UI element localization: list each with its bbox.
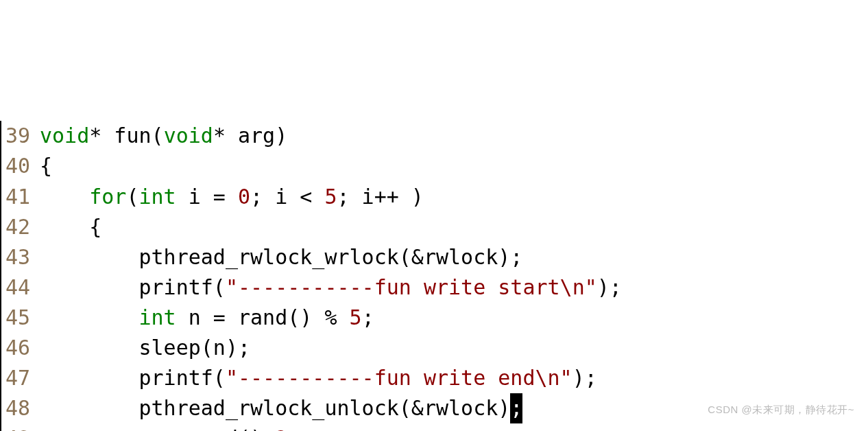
token-plain: pthread_rwlock_unlock(&rwlock) [40,396,510,420]
code-line: 40{ [3,151,868,181]
token-kw: for [89,185,126,209]
token-str: " [585,275,597,299]
line-number: 40 [3,151,40,181]
code-line: 45 int n = rand() % 5; [3,303,868,333]
token-num: 5 [324,185,337,209]
token-type: int [139,185,176,209]
token-esc: \n [535,366,559,390]
token-esc: \n [560,275,585,299]
token-plain [40,305,139,329]
watermark-text: CSDN @未来可期，静待花开~ [708,402,854,417]
code-content: for(int i = 0; i < 5; i++ ) [40,182,868,212]
token-plain: { [40,154,52,178]
token-plain: ( [126,185,138,209]
token-plain: * fun( [89,124,163,148]
token-plain: * arg) [213,124,287,148]
token-plain: ; [362,305,374,329]
code-line: 46 sleep(n); [3,333,868,363]
code-line: 47 printf("-----------fun write end\n"); [3,363,868,393]
token-str: " [560,366,572,390]
line-number: 43 [3,242,40,272]
code-line: 39void* fun(void* arg) [3,121,868,151]
token-plain: ); [572,366,597,390]
token-plain: ; i < [250,185,324,209]
token-type: void [40,124,89,148]
line-number: 46 [3,333,40,363]
code-content: pthread_rwlock_wrlock(&rwlock); [40,242,868,272]
token-plain: pthread_rwlock_wrlock(&rwlock); [40,245,522,269]
token-cursor: ; [510,393,522,423]
token-str: "-----------fun write start [226,275,560,299]
line-number: 49 [3,423,40,431]
line-number: 44 [3,272,40,303]
code-content: { [40,151,868,181]
token-type: void [164,124,213,148]
token-plain [40,185,89,209]
token-plain: ; i++ ) [337,185,424,209]
token-plain: sleep(n); [40,336,250,360]
code-content: void* fun(void* arg) [40,121,868,151]
token-plain: n = rand() % [176,305,350,329]
token-plain: n = rand()% [40,426,275,431]
token-plain: { [40,215,101,239]
code-content: { [40,212,868,242]
line-number: 48 [3,393,40,423]
token-str: "-----------fun write end [226,366,535,390]
line-number: 39 [3,121,40,151]
code-line: 44 printf("-----------fun write start\n"… [3,272,868,303]
code-content: int n = rand() % 5; [40,303,868,333]
line-number: 45 [3,303,40,333]
code-content: printf("-----------fun write end\n"); [40,363,868,393]
token-num: 0 [238,185,250,209]
token-num: 5 [350,305,362,329]
code-line: 49 n = rand()%2; [3,423,868,431]
token-plain: printf( [40,275,226,299]
token-plain: ; [287,426,300,431]
line-number: 41 [3,182,40,212]
code-line: 41 for(int i = 0; i < 5; i++ ) [3,182,868,212]
code-content: printf("-----------fun write start\n"); [40,272,868,303]
token-plain: i = [176,185,238,209]
line-number: 42 [3,212,40,242]
token-plain: ); [597,275,622,299]
code-content: n = rand()%2; [40,423,868,431]
code-line: 42 { [3,212,868,242]
token-num: 2 [275,426,287,431]
token-plain: printf( [40,366,226,390]
token-type: int [139,305,176,329]
code-content: sleep(n); [40,333,868,363]
code-line: 43 pthread_rwlock_wrlock(&rwlock); [3,242,868,272]
code-editor: 39void* fun(void* arg)40{41 for(int i = … [0,121,868,431]
line-number: 47 [3,363,40,393]
